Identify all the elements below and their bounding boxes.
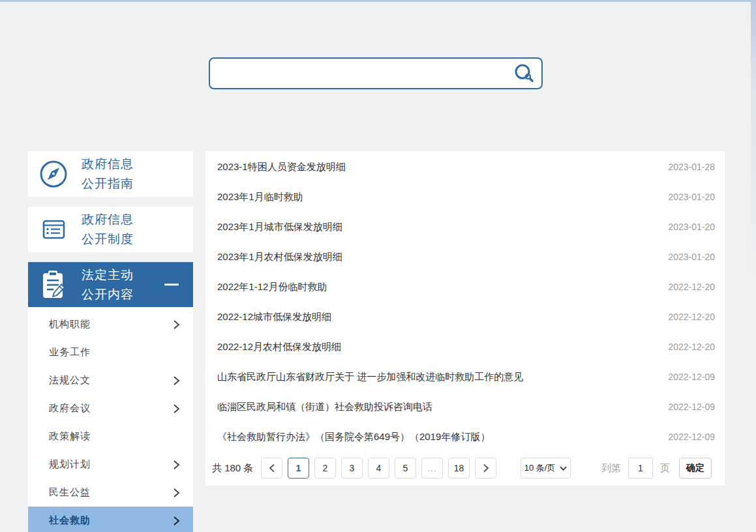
sidebar-item-label: 政府信息 公开制度 <box>82 210 134 249</box>
page-number-button[interactable]: 18 <box>448 458 470 479</box>
article-link[interactable]: 2022-12城市低保发放明细 <box>217 311 655 323</box>
article-link[interactable]: 2022年1-12月份临时救助 <box>217 281 655 293</box>
page-number-button[interactable]: 3 <box>341 458 363 479</box>
search-bar <box>209 57 543 89</box>
article-row: 山东省民政厅山东省财政厅关于 进一步加强和改进临时救助工作的意见 2022-12… <box>205 362 725 392</box>
chevron-right-icon <box>173 488 180 498</box>
article-date: 2022-12-20 <box>668 342 715 352</box>
goto-suffix-label: 页 <box>660 462 670 475</box>
total-count-label: 共 180 条 <box>212 458 253 479</box>
prev-page-button[interactable] <box>261 458 282 479</box>
article-link[interactable]: 临淄区民政局和镇（街道）社会救助投诉咨询电话 <box>217 401 655 413</box>
sidebar-item-statutory-disclosure[interactable]: 法定主动 公开内容 <box>28 262 193 307</box>
search-button[interactable] <box>510 59 541 88</box>
sidebar-item-label: 政府信息 公开指南 <box>82 155 134 194</box>
sidebar-subitem[interactable]: 社会救助 <box>28 507 193 532</box>
chevron-left-icon <box>269 464 275 473</box>
article-link[interactable]: 2023年1月城市低保发放明细 <box>217 221 655 233</box>
next-page-button[interactable] <box>475 458 496 479</box>
sidebar-subitem-label: 政府会议 <box>49 402 91 415</box>
article-row: 2022年1-12月份临时救助 2022-12-20 <box>205 272 725 302</box>
article-row: 2023年1月农村低保发放明细 2023-01-20 <box>205 242 725 272</box>
sidebar-subitem[interactable]: 机构职能 <box>28 310 193 338</box>
article-date: 2023-01-28 <box>668 162 715 172</box>
sidebar-item-gov-info-guide[interactable]: 政府信息 公开指南 <box>28 151 193 197</box>
goto-page-group: 到第 页 确定 <box>601 458 712 479</box>
article-row: 2023年1月城市低保发放明细 2023-01-20 <box>205 212 725 242</box>
sidebar-subitem-label: 规划计划 <box>49 458 91 471</box>
chevron-right-icon <box>483 464 489 473</box>
article-date: 2023-01-20 <box>668 222 715 232</box>
article-row: 临淄区民政局和镇（街道）社会救助投诉咨询电话 2022-12-09 <box>205 392 725 422</box>
chevron-down-icon <box>560 466 567 471</box>
sidebar-item-gov-info-system[interactable]: 政府信息 公开制度 <box>28 207 193 252</box>
sidebar-subitem[interactable]: 政府会议 <box>28 394 193 422</box>
article-link[interactable]: 2022-12月农村低保发放明细 <box>217 341 655 353</box>
article-row: 2022-12城市低保发放明细 2022-12-20 <box>205 302 725 332</box>
article-link[interactable]: 2023-1特困人员资金发放明细 <box>217 161 655 173</box>
article-date: 2022-12-09 <box>668 372 715 382</box>
article-link[interactable]: 2023年1月农村低保发放明细 <box>217 251 655 263</box>
article-date: 2022-12-20 <box>668 312 715 322</box>
page-number-button[interactable]: 1 <box>288 458 309 479</box>
search-input[interactable] <box>210 59 510 88</box>
article-row: 2023-1特困人员资金发放明细 2023-01-28 <box>205 152 725 182</box>
sidebar-item-label: 法定主动 公开内容 <box>82 265 134 304</box>
sidebar-subitem[interactable]: 民生公益 <box>28 479 193 507</box>
goto-prefix-label: 到第 <box>601 462 621 475</box>
page-number-button[interactable]: ... <box>421 458 443 479</box>
article-date: 2022-12-09 <box>668 432 715 442</box>
content-panel: 2023-1特困人员资金发放明细 2023-01-28 2023年1月临时救助 … <box>205 151 725 486</box>
page-buttons: 1 2 3 4 5 ... 18 <box>261 458 496 479</box>
sidebar-submenu: 机构职能 业务工作 法规公文 政府会议 政策解读 <box>28 307 193 532</box>
sidebar-subitem-label: 政策解读 <box>49 430 91 443</box>
article-list: 2023-1特困人员资金发放明细 2023-01-28 2023年1月临时救助 … <box>205 152 725 452</box>
sidebar-subitem[interactable]: 规划计划 <box>28 451 193 479</box>
article-date: 2023-01-20 <box>668 192 715 202</box>
sidebar-subitem-label: 法规公文 <box>49 374 91 387</box>
minus-icon <box>164 284 179 286</box>
sidebar-subitem-label: 民生公益 <box>49 486 91 499</box>
top-accent-bar <box>0 0 756 2</box>
goto-page-input[interactable] <box>628 458 653 479</box>
sidebar-subitem-label: 机构职能 <box>49 318 91 331</box>
sidebar-subitem[interactable]: 法规公文 <box>28 366 193 394</box>
sidebar-subitem[interactable]: 政策解读 <box>28 422 193 451</box>
chevron-right-icon <box>173 516 180 526</box>
article-row: 2023年1月临时救助 2023-01-20 <box>205 182 725 212</box>
confirm-button[interactable]: 确定 <box>679 458 712 479</box>
article-row: 2022-12月农村低保发放明细 2022-12-20 <box>205 332 725 362</box>
compass-icon <box>36 158 71 190</box>
page-number-button[interactable]: 5 <box>395 458 416 479</box>
article-link[interactable]: 山东省民政厅山东省财政厅关于 进一步加强和改进临时救助工作的意见 <box>217 371 655 383</box>
document-list-icon <box>36 214 71 245</box>
page-number-button[interactable]: 4 <box>368 458 389 479</box>
scrollbar-track[interactable] <box>751 2 756 532</box>
clipboard-pencil-icon <box>36 268 71 302</box>
article-link[interactable]: 2023年1月临时救助 <box>217 191 655 203</box>
article-date: 2023-01-20 <box>668 252 715 262</box>
sidebar-subitem[interactable]: 业务工作 <box>28 338 193 366</box>
search-icon <box>513 63 535 85</box>
article-date: 2022-12-20 <box>668 282 715 292</box>
article-row: 《社会救助暂行办法》（国务院令第649号）（2019年修订版） 2022-12-… <box>205 422 725 452</box>
chevron-right-icon <box>173 376 180 386</box>
page-size-label: 10 条/页 <box>524 462 556 474</box>
chevron-right-icon <box>173 319 180 330</box>
chevron-right-icon <box>173 404 180 414</box>
pagination-bar: 共 180 条 1 2 3 4 5 ... <box>205 458 725 479</box>
page-number-button[interactable]: 2 <box>314 458 336 479</box>
page-size-select[interactable]: 10 条/页 <box>521 458 571 479</box>
chevron-right-icon <box>173 460 180 470</box>
sidebar-subitem-label: 社会救助 <box>49 514 91 527</box>
sidebar-subitem-label: 业务工作 <box>49 346 91 359</box>
article-link[interactable]: 《社会救助暂行办法》（国务院令第649号）（2019年修订版） <box>217 431 655 443</box>
article-date: 2022-12-09 <box>668 402 715 412</box>
